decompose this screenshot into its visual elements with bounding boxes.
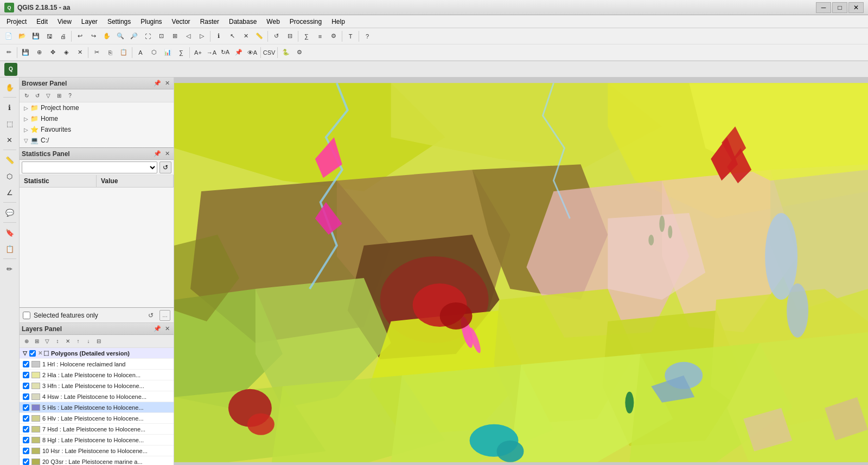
undo-button[interactable]: ↩	[73, 30, 86, 43]
add-feature-button[interactable]: ⊕	[33, 46, 46, 59]
delete-feature-button[interactable]: ✕	[73, 46, 86, 59]
layer-visible-5[interactable]	[23, 404, 29, 411]
stats-button[interactable]: ≡	[314, 30, 327, 43]
menu-processing[interactable]: Processing	[285, 17, 326, 27]
deselect-button[interactable]: ✕	[239, 30, 252, 43]
zoom-selected-button[interactable]: ⊡	[155, 30, 168, 43]
layer-visible-6[interactable]	[23, 415, 29, 422]
map-tool-measure[interactable]: 📏	[2, 152, 17, 167]
map-tool-bookmarks[interactable]: 🔖	[2, 225, 17, 240]
layers-up-btn[interactable]: ↑	[73, 337, 83, 346]
selected-features-checkbox[interactable]	[23, 312, 30, 319]
layer-visible-1[interactable]	[23, 361, 29, 367]
map-tool-area[interactable]: ⬡	[2, 169, 17, 184]
list-item[interactable]: 3 Hfn : Late Pleistocene to Holocene...	[20, 380, 174, 391]
layer-visible-9[interactable]	[23, 448, 29, 454]
help-button[interactable]: ?	[361, 30, 374, 43]
browser-item-apps[interactable]: ▷ 📁 Apps	[20, 146, 174, 147]
layer-x-btn[interactable]: ✕	[38, 350, 42, 356]
browser-item-home[interactable]: ▷ 📁 Home	[20, 113, 174, 124]
browser-pin-button[interactable]: 📌	[153, 79, 162, 88]
refresh-button[interactable]: ↺	[270, 30, 283, 43]
minimize-button[interactable]: ─	[816, 2, 831, 13]
layers-down-btn[interactable]: ↓	[84, 337, 93, 346]
digitize-button[interactable]: ✏	[2, 46, 15, 59]
browser-refresh-btn[interactable]: ↺	[33, 91, 42, 101]
select-button[interactable]: ↖	[226, 30, 239, 43]
list-item[interactable]: 2 Hla : Late Pleistocene to Holocen...	[20, 370, 174, 380]
map-tool-edit[interactable]: ✏	[2, 261, 17, 276]
layers-add-group-btn[interactable]: ⊕	[22, 337, 31, 346]
map-tool-info[interactable]: 📋	[2, 241, 17, 256]
map-tool-deselect[interactable]: ✕	[2, 132, 17, 147]
pan-button[interactable]: ✋	[100, 30, 113, 43]
list-item[interactable]: 8 Hgl : Late Pleistocene to Holocene...	[20, 435, 174, 445]
menu-help[interactable]: Help	[327, 17, 349, 27]
map-tool-identify[interactable]: ℹ	[2, 100, 17, 115]
stats-pin-button[interactable]: 📌	[153, 150, 162, 158]
browser-item-favourites[interactable]: ▷ ⭐ Favourites	[20, 124, 174, 135]
measure-button[interactable]: 📏	[253, 30, 266, 43]
copy-button[interactable]: ⎘	[104, 46, 117, 59]
diagram-btn[interactable]: ⬡	[148, 46, 161, 59]
map-area[interactable]	[174, 78, 868, 465]
rotate-label-btn[interactable]: ↻A	[219, 46, 232, 59]
menu-vector[interactable]: Vector	[168, 17, 195, 27]
stats-close-button[interactable]: ✕	[163, 150, 171, 158]
cut-button[interactable]: ✂	[90, 46, 103, 59]
menu-layer[interactable]: Layer	[77, 17, 102, 27]
atlas-button[interactable]: ∑	[300, 30, 313, 43]
save-project-button[interactable]: 💾	[29, 30, 42, 43]
browser-add-btn[interactable]: ↻	[22, 91, 31, 101]
add-text-btn[interactable]: A+	[192, 46, 205, 59]
zoom-out-button[interactable]: 🔎	[127, 30, 141, 43]
save-as-button[interactable]: 🖫	[43, 30, 56, 43]
print-button[interactable]: 🖨	[56, 30, 69, 43]
browser-item-c-drive[interactable]: ▽ 💻 C:/	[20, 135, 174, 146]
menu-view[interactable]: View	[53, 17, 76, 27]
plugin2-btn[interactable]: ⚙	[293, 46, 306, 59]
menu-project[interactable]: Project	[2, 17, 31, 27]
layers-expand-btn[interactable]: ⊞	[32, 337, 42, 346]
selected-features-refresh[interactable]: ↺	[145, 310, 156, 321]
list-item[interactable]: 1 Hrl : Holocene reclaimed land	[20, 359, 174, 370]
browser-close-button[interactable]: ✕	[163, 79, 171, 88]
stats-refresh-button[interactable]: ↺	[159, 162, 171, 173]
list-item[interactable]: 7 Hsd : Late Pleistocene to Holocene...	[20, 424, 174, 435]
list-item[interactable]: 5 Hls : Late Pleistocene to Holocene...	[20, 402, 174, 413]
zoom-next-button[interactable]: ▷	[195, 30, 208, 43]
label-btn[interactable]: A	[134, 46, 147, 59]
browser-collapse-btn[interactable]: ⊞	[54, 91, 64, 101]
zoom-in-button[interactable]: 🔍	[114, 30, 127, 43]
filter-button[interactable]: ⚙	[327, 30, 340, 43]
move-feature-button[interactable]: ✥	[46, 46, 59, 59]
selected-features-more[interactable]: …	[159, 310, 170, 321]
layer-visible-8[interactable]	[23, 437, 29, 443]
attr-table-btn[interactable]: 📊	[161, 46, 174, 59]
list-item[interactable]: 10 Hsr : Late Pleistocene to Holocene...	[20, 445, 174, 456]
map-tool-pan[interactable]: ✋	[2, 80, 17, 95]
save-edits-button[interactable]: 💾	[19, 46, 32, 59]
close-button[interactable]: ✕	[848, 2, 864, 13]
tile-button[interactable]: ⊟	[283, 30, 296, 43]
stats-layer-select[interactable]	[22, 162, 157, 173]
layer-group-visible-checkbox[interactable]	[29, 350, 36, 357]
layers-collapse-btn[interactable]: ⊟	[94, 337, 104, 346]
layer-visible-10[interactable]	[23, 458, 29, 465]
menu-raster[interactable]: Raster	[196, 17, 224, 27]
menu-edit[interactable]: Edit	[32, 17, 52, 27]
menu-settings[interactable]: Settings	[103, 17, 135, 27]
layers-pin-button[interactable]: 📌	[153, 325, 162, 333]
move-label-btn[interactable]: →A	[205, 46, 218, 59]
show-hide-label-btn[interactable]: 👁A	[246, 46, 259, 59]
identify-button[interactable]: ℹ	[212, 30, 225, 43]
zoom-prev-button[interactable]: ◁	[182, 30, 195, 43]
paste-button[interactable]: 📋	[117, 46, 130, 59]
browser-filter-btn[interactable]: ▽	[43, 91, 53, 101]
browser-item-project-home[interactable]: ▷ 📁 Project home	[20, 102, 174, 113]
field-calc-btn[interactable]: ∑	[175, 46, 188, 59]
open-project-button[interactable]: 📂	[16, 30, 29, 43]
layer-visible-3[interactable]	[23, 383, 29, 389]
layer-visible-2[interactable]	[23, 372, 29, 378]
list-item[interactable]: 6 Hlv : Late Pleistocene to Holocene...	[20, 413, 174, 424]
